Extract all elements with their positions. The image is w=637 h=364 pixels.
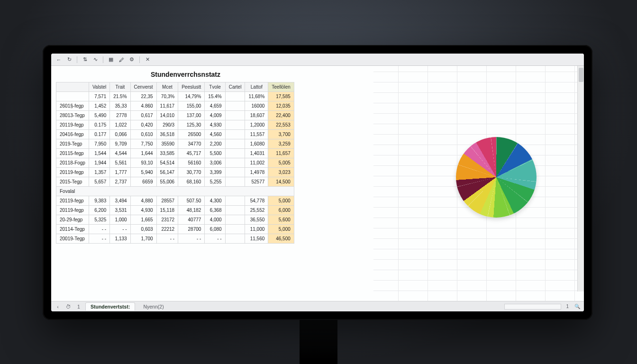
cell[interactable]: 46,500	[268, 234, 294, 244]
cell[interactable]	[225, 139, 245, 149]
table-row[interactable]: 20115-fegp1,5444,5441,64433,58545,7175,5…	[56, 149, 294, 158]
col-header[interactable]: Cenverst	[130, 82, 156, 92]
cell[interactable]: - -	[89, 234, 109, 244]
cell[interactable]: 0,617	[130, 111, 156, 120]
cell[interactable]: 56160	[178, 158, 205, 168]
tab-active[interactable]: Stundenvertstst:	[85, 302, 135, 310]
cell[interactable]	[225, 130, 245, 139]
cell[interactable]: 11,617	[156, 101, 178, 111]
cell[interactable]: 5,255	[205, 177, 225, 187]
cell[interactable]: 6659	[130, 177, 156, 187]
link-icon[interactable]: 🖉	[117, 55, 126, 64]
cell[interactable]: 16000	[245, 101, 268, 111]
cell[interactable]: 5,561	[110, 158, 130, 168]
cell[interactable]: 2778	[110, 111, 130, 120]
scroll-thumb[interactable]	[579, 68, 583, 82]
cell[interactable]: 22,553	[268, 120, 294, 130]
table-row[interactable]: 2019-Tegp7,9509,7097,75035590347702,2001…	[56, 139, 294, 149]
cell[interactable]: 6,368	[205, 206, 225, 215]
cell[interactable]	[225, 177, 245, 187]
cell[interactable]: 0,610	[130, 130, 156, 139]
grid-area[interactable]	[373, 66, 584, 301]
cell[interactable]: 3,700	[268, 130, 294, 139]
cell[interactable]: 0.175	[89, 120, 109, 130]
cell[interactable]: 137,00	[178, 111, 205, 120]
cell[interactable]: 17,585	[268, 92, 294, 101]
cell[interactable]: 1,665	[130, 215, 156, 225]
cell[interactable]: 5,500	[205, 149, 225, 158]
cell[interactable]: 4,560	[205, 130, 225, 139]
cell[interactable]: 1,2000	[245, 120, 268, 130]
cell[interactable]: 5,000	[268, 196, 294, 206]
cell[interactable]: 11,557	[245, 130, 268, 139]
cell[interactable]: 2,737	[110, 177, 130, 187]
cell[interactable]: 3,399	[205, 168, 225, 177]
col-header[interactable]: Mcet	[156, 82, 178, 92]
cell[interactable]: 1,000	[110, 215, 130, 225]
cell[interactable]: 35,33	[110, 101, 130, 111]
cell[interactable]: 15.4%	[205, 92, 225, 101]
cell[interactable]: 56,147	[156, 168, 178, 177]
cell[interactable]: 7,950	[89, 139, 109, 149]
cell[interactable]: 7,750	[130, 139, 156, 149]
cell[interactable]: 1,022	[110, 120, 130, 130]
cell[interactable]: 1,644	[130, 149, 156, 158]
cell[interactable]: 22,35	[130, 92, 156, 101]
cell[interactable]: 70,3%	[156, 92, 178, 101]
cell[interactable]: 18,607	[245, 111, 268, 120]
cell[interactable]	[225, 158, 245, 168]
cell[interactable]	[225, 206, 245, 215]
table-row[interactable]: 20119-fegp0.1751,0220,420290/3125,304,93…	[56, 120, 294, 130]
cell[interactable]: 4,300	[205, 196, 225, 206]
cell[interactable]: 1,4978	[245, 168, 268, 177]
cell[interactable]: 34770	[178, 139, 205, 149]
cell[interactable]: 14,010	[156, 111, 178, 120]
cell[interactable]: 11,68%	[245, 92, 268, 101]
table-row[interactable]: 20416-fegp0.1770,0660,61036,518265004,56…	[56, 130, 294, 139]
cell[interactable]: 3,023	[268, 168, 294, 177]
col-header[interactable]	[56, 82, 89, 92]
cell[interactable]: 15,118	[156, 206, 178, 215]
cell[interactable]: 507.50	[178, 196, 205, 206]
cell[interactable]: 5,657	[89, 177, 109, 187]
cell[interactable]: - -	[178, 234, 205, 244]
cell[interactable]: 14,79%	[178, 92, 205, 101]
cell[interactable]	[225, 92, 245, 101]
grid-icon[interactable]: ▦	[106, 55, 116, 64]
table-row[interactable]: 20119-fegp9,3833,4944,88028557507.504,30…	[56, 196, 294, 206]
cell[interactable]: 2,200	[205, 139, 225, 149]
col-header[interactable]: Trait	[110, 82, 130, 92]
cell[interactable]: 6,200	[89, 206, 109, 215]
table-row[interactable]: 20119-fegp1,3571,7775,94056,14730,7703,3…	[56, 168, 294, 177]
cell[interactable]: 1,777	[110, 168, 130, 177]
cell[interactable]: 54,514	[156, 158, 178, 168]
cell[interactable]: 1,4031	[245, 149, 268, 158]
cell[interactable]: 4,544	[110, 149, 130, 158]
back-icon[interactable]: ←	[54, 55, 64, 64]
cell[interactable]: 28700	[178, 225, 205, 234]
cell[interactable]: 6,000	[268, 206, 294, 215]
col-header[interactable]: Tvole	[205, 82, 225, 92]
cell[interactable]: 1,544	[89, 149, 109, 158]
cell[interactable]: - -	[110, 225, 130, 234]
tab-first-icon[interactable]: ‹	[54, 304, 62, 309]
cell[interactable]: 11,002	[245, 158, 268, 168]
cell[interactable]: 11,000	[245, 225, 268, 234]
cell[interactable]	[225, 225, 245, 234]
cell[interactable]: 5,600	[268, 215, 294, 225]
cell[interactable]: 0.177	[89, 130, 109, 139]
cell[interactable]: 6,080	[205, 225, 225, 234]
cell[interactable]: 3,494	[110, 196, 130, 206]
tab-clock-icon[interactable]: ⏱	[64, 304, 72, 309]
cell[interactable]: 5,940	[130, 168, 156, 177]
cell[interactable]: 25,552	[245, 206, 268, 215]
cell[interactable]: 4.860	[130, 101, 156, 111]
cell[interactable]: 1,133	[110, 234, 130, 244]
cell[interactable]: 12,035	[268, 101, 294, 111]
cell[interactable]	[225, 168, 245, 177]
cell[interactable]: 1,452	[89, 101, 109, 111]
cell[interactable]: 23172	[156, 215, 178, 225]
table-row[interactable]: 28013-Tegp5,49027780,61714,010137,004,00…	[56, 111, 294, 120]
col-header[interactable]: Teellölen	[268, 82, 294, 92]
gear-icon[interactable]: ⚙	[127, 55, 136, 64]
